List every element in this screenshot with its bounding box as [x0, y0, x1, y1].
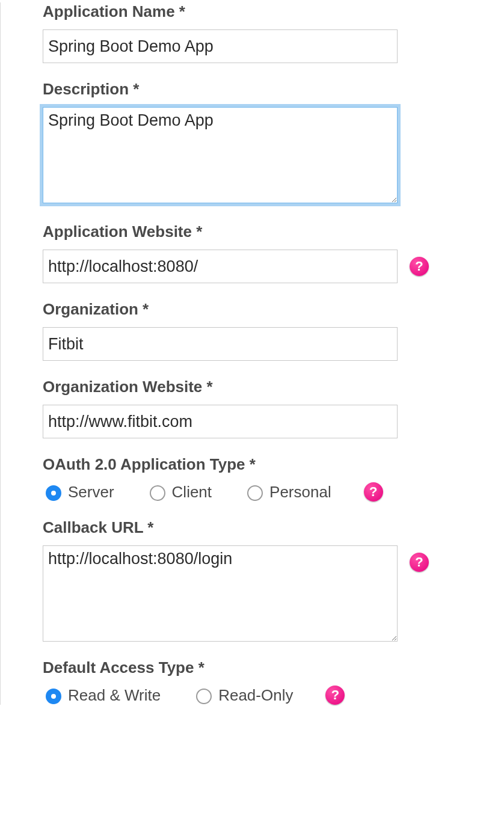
label-callback-url: Callback URL * — [43, 518, 480, 537]
label-oauth-type: OAuth 2.0 Application Type * — [43, 455, 480, 474]
radio-label-personal: Personal — [269, 483, 331, 502]
input-callback-url[interactable] — [43, 545, 398, 642]
field-access-type: Default Access Type * Read & Write Read-… — [43, 658, 480, 705]
radio-item-server[interactable]: Server — [43, 483, 114, 502]
label-organization: Organization * — [43, 300, 480, 319]
field-callback-url: Callback URL * ? — [43, 518, 480, 642]
input-organization[interactable] — [43, 327, 398, 361]
radio-server[interactable] — [46, 485, 61, 501]
radio-label-server: Server — [68, 483, 114, 502]
radio-personal[interactable] — [247, 485, 263, 501]
label-application-name: Application Name * — [43, 2, 480, 21]
radio-label-client: Client — [172, 483, 212, 502]
help-icon[interactable]: ? — [364, 482, 383, 502]
field-application-name: Application Name * — [43, 2, 480, 63]
app-registration-form: Application Name * Description * Applica… — [0, 2, 504, 705]
field-application-website: Application Website * ? — [43, 222, 480, 283]
label-application-website: Application Website * — [43, 222, 480, 241]
radio-read-only[interactable] — [196, 689, 212, 704]
radio-item-read-write[interactable]: Read & Write — [43, 686, 161, 705]
radio-label-read-write: Read & Write — [68, 686, 161, 705]
label-access-type: Default Access Type * — [43, 658, 480, 677]
radio-item-client[interactable]: Client — [147, 483, 212, 502]
label-description: Description * — [43, 80, 480, 99]
input-description[interactable] — [43, 107, 398, 203]
field-organization-website: Organization Website * — [43, 378, 480, 438]
field-description: Description * — [43, 80, 480, 206]
label-organization-website: Organization Website * — [43, 378, 480, 396]
radio-item-personal[interactable]: Personal — [244, 483, 331, 502]
radio-item-read-only[interactable]: Read-Only — [193, 686, 293, 705]
input-application-name[interactable] — [43, 29, 398, 63]
radio-label-read-only: Read-Only — [218, 686, 293, 705]
help-icon[interactable]: ? — [410, 257, 429, 276]
radio-read-write[interactable] — [46, 689, 61, 704]
help-icon[interactable]: ? — [410, 553, 429, 572]
radio-client[interactable] — [150, 485, 165, 501]
input-application-website[interactable] — [43, 250, 398, 283]
help-icon[interactable]: ? — [325, 686, 345, 705]
field-oauth-type: OAuth 2.0 Application Type * Server Clie… — [43, 455, 480, 502]
field-organization: Organization * — [43, 300, 480, 361]
input-organization-website[interactable] — [43, 405, 398, 438]
